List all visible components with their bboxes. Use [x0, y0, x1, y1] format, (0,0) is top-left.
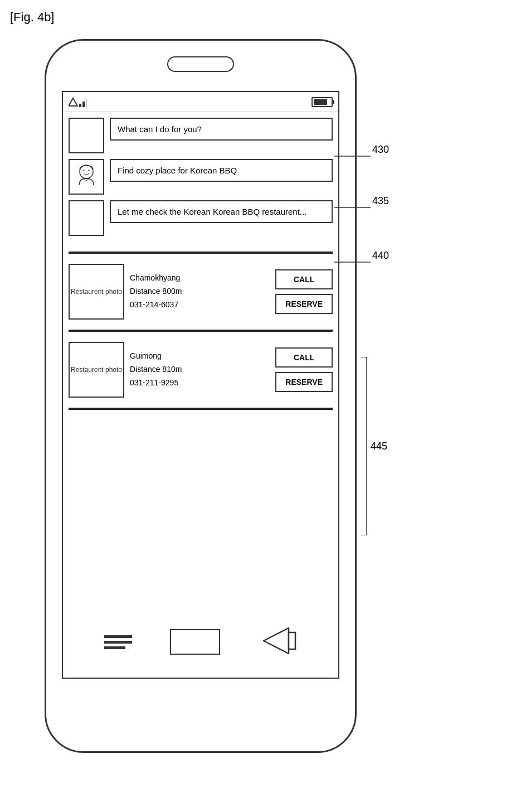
user-avatar-icon	[71, 162, 101, 192]
restaurant-photo-1: Restaurent photo	[69, 264, 124, 320]
back-button[interactable]	[258, 626, 297, 658]
restaurant-name-1: Chamokhyang	[130, 272, 270, 285]
battery-icon	[311, 97, 333, 107]
svg-rect-1	[79, 104, 81, 107]
home-button[interactable]	[170, 629, 220, 655]
bubble-1: What can I do for you?	[110, 118, 333, 141]
svg-marker-5	[264, 628, 289, 654]
svg-rect-6	[289, 632, 295, 649]
annotation-435: 435	[372, 195, 389, 207]
message-2-text: Find cozy place for Korean BBQ	[118, 166, 237, 175]
restaurant-photo-label-2: Restaurent photo	[71, 365, 122, 375]
annotation-440: 440	[372, 250, 389, 262]
menu-line-3	[104, 646, 125, 649]
menu-line-2	[104, 641, 132, 644]
svg-rect-2	[82, 102, 85, 107]
annotation-445: 445	[371, 441, 387, 452]
phone-speaker	[167, 56, 234, 72]
divider-1	[69, 252, 333, 254]
restaurant-phone-2: 031-211-9295	[130, 376, 270, 390]
restaurant-buttons-1: CALL RESERVE	[275, 269, 333, 314]
reserve-button-1[interactable]: RESERVE	[275, 294, 333, 314]
back-icon	[258, 626, 297, 656]
user-avatar	[69, 159, 104, 195]
reserve-button-2[interactable]: RESERVE	[275, 372, 333, 392]
menu-line-1	[104, 635, 132, 638]
restaurant-buttons-2: CALL RESERVE	[275, 347, 333, 392]
restaurant-photo-label-1: Restaurent photo	[71, 287, 122, 297]
phone-screen: What can I do for you?	[62, 91, 339, 679]
figure-label: [Fig. 4b]	[10, 10, 54, 25]
battery-fill	[314, 99, 327, 105]
annotation-430: 430	[372, 144, 389, 156]
bottom-nav	[63, 606, 338, 678]
message-3-text: Let me check the Korean Korean BBQ resta…	[118, 207, 306, 216]
restaurant-row-1: Restaurent photo Chamokhyang Distance 80…	[63, 258, 338, 325]
menu-icon[interactable]	[104, 635, 132, 649]
chat-row-2: Find cozy place for Korean BBQ	[69, 159, 333, 195]
restaurant-row-2: Restaurent photo Guimong Distance 810m 0…	[63, 336, 338, 403]
restaurant-info-1: Chamokhyang Distance 800m 031-214-6037	[130, 272, 270, 311]
phone-device: What can I do for you?	[45, 39, 357, 753]
annotation-line-440	[334, 257, 373, 268]
restaurant-photo-2: Restaurent photo	[69, 342, 124, 398]
svg-rect-3	[86, 99, 86, 107]
call-button-2[interactable]: CALL	[275, 347, 333, 368]
chat-row-3: Let me check the Korean Korean BBQ resta…	[69, 200, 333, 236]
bubble-3: Let me check the Korean Korean BBQ resta…	[110, 200, 333, 223]
restaurant-distance-1: Distance 800m	[130, 285, 270, 298]
annotation-line-430	[334, 151, 373, 162]
restaurant-phone-1: 031-214-6037	[130, 298, 270, 312]
chat-row-1: What can I do for you?	[69, 118, 333, 153]
restaurant-info-2: Guimong Distance 810m 031-211-9295	[130, 350, 270, 389]
svg-point-4	[80, 165, 93, 178]
signal-icon	[69, 96, 86, 108]
divider-2	[69, 330, 333, 332]
svg-marker-0	[69, 98, 77, 106]
status-bar	[63, 92, 338, 112]
assistant-avatar	[69, 118, 104, 153]
restaurant-name-2: Guimong	[130, 350, 270, 363]
bubble-2: Find cozy place for Korean BBQ	[110, 159, 333, 182]
signal-area	[69, 96, 86, 108]
message-1-text: What can I do for you?	[118, 124, 202, 134]
chat-area: What can I do for you?	[63, 112, 338, 247]
assistant-avatar-2	[69, 200, 104, 236]
annotation-line-435	[334, 202, 373, 213]
restaurant-distance-2: Distance 810m	[130, 363, 270, 376]
call-button-1[interactable]: CALL	[275, 269, 333, 289]
divider-3	[69, 408, 333, 410]
